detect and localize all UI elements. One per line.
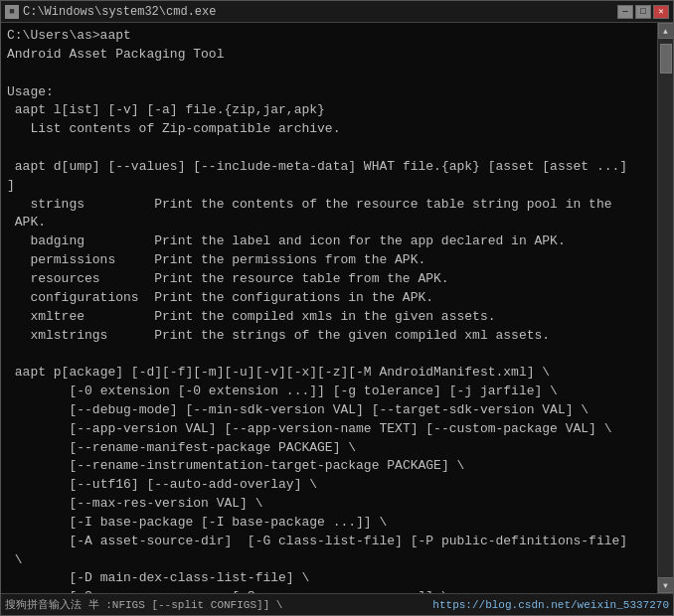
- window: ■ C:\Windows\system32\cmd.exe — □ ✕ C:\U…: [0, 0, 674, 616]
- terminal-output[interactable]: C:\Users\as>aapt Android Asset Packaging…: [1, 23, 657, 593]
- scroll-track[interactable]: [659, 40, 673, 576]
- content-area: C:\Users\as>aapt Android Asset Packaging…: [1, 23, 673, 593]
- cmd-icon: ■: [5, 5, 19, 19]
- scroll-up-button[interactable]: ▲: [658, 23, 674, 39]
- status-bar: 搜狗拼音输入法 半 :NFIGS [--split CONFIGS]] \ ht…: [1, 593, 673, 615]
- minimize-button[interactable]: —: [617, 5, 633, 19]
- title-bar-left: ■ C:\Windows\system32\cmd.exe: [5, 5, 216, 19]
- status-right: https://blog.csdn.net/weixin_5337270: [290, 599, 669, 611]
- scroll-thumb[interactable]: [660, 44, 672, 74]
- window-controls: — □ ✕: [617, 5, 669, 19]
- scroll-down-button[interactable]: ▼: [658, 577, 674, 593]
- title-bar: ■ C:\Windows\system32\cmd.exe — □ ✕: [1, 1, 673, 23]
- window-title: C:\Windows\system32\cmd.exe: [23, 5, 216, 19]
- status-left: 搜狗拼音输入法 半 :NFIGS [--split CONFIGS]] \: [5, 597, 282, 612]
- scrollbar[interactable]: ▲ ▼: [657, 23, 673, 593]
- close-button[interactable]: ✕: [653, 5, 669, 19]
- maximize-button[interactable]: □: [635, 5, 651, 19]
